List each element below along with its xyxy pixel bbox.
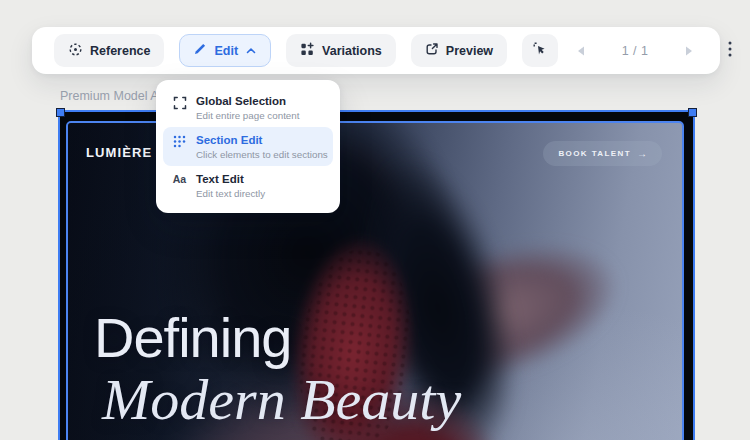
reference-label: Reference: [90, 44, 150, 58]
next-page-button[interactable]: [681, 43, 697, 59]
variations-label: Variations: [322, 44, 382, 58]
edit-mode-menu: Global Selection Edit entire page conten…: [156, 80, 340, 213]
edit-button[interactable]: Edit: [179, 34, 271, 67]
variations-tiles-icon: [300, 42, 315, 60]
selection-handle-top-left[interactable]: [57, 109, 64, 116]
selection-handle-top-right[interactable]: [689, 109, 696, 116]
brand-name: LUMIÈRE: [86, 145, 152, 160]
kebab-icon: [728, 41, 732, 61]
page-pager: 1 / 1: [573, 43, 697, 59]
book-talent-label: BOOK TALENT: [558, 149, 631, 158]
reference-button[interactable]: Reference: [54, 34, 164, 67]
variations-button[interactable]: Variations: [286, 34, 396, 67]
prev-page-button[interactable]: [573, 43, 589, 59]
menu-item-subtitle: Edit entire page content: [196, 110, 300, 121]
menu-item-title: Text Edit: [196, 172, 265, 187]
preview-label: Preview: [446, 44, 493, 58]
book-talent-button[interactable]: BOOK TALENT →: [543, 141, 662, 166]
menu-item-section-edit[interactable]: Section Edit Click elements to edit sect…: [163, 127, 333, 166]
text-aa-icon: Aa: [172, 174, 187, 185]
external-link-icon: [425, 42, 439, 59]
select-tool-button[interactable]: [522, 34, 558, 67]
chevron-up-icon: [245, 44, 257, 58]
selection-frame-icon: [172, 96, 187, 110]
hero-headline: Defining Modern Beauty: [94, 308, 461, 432]
headline-line2: Modern Beauty: [94, 368, 461, 432]
menu-item-title: Section Edit: [196, 133, 328, 148]
arrow-right-icon: →: [637, 148, 647, 159]
menu-item-text-edit[interactable]: Aa Text Edit Edit text directly: [163, 166, 333, 205]
more-options-button[interactable]: [728, 41, 732, 61]
menu-item-subtitle: Click elements to edit sections: [196, 149, 328, 160]
app-stage: Reference Edit Variations Preview: [0, 0, 750, 440]
cursor-select-icon: [532, 41, 548, 60]
preview-button[interactable]: Preview: [411, 34, 507, 67]
headline-line1: Defining: [94, 308, 461, 368]
page-preview-frame[interactable]: LUMIÈRE Mgmt. BOOK TALENT → Defining Mod…: [58, 110, 695, 440]
edit-label: Edit: [214, 44, 238, 58]
pencil-icon: [193, 42, 207, 59]
menu-item-global-selection[interactable]: Global Selection Edit entire page conten…: [163, 88, 333, 127]
reference-target-icon: [68, 42, 83, 60]
page-indicator: 1 / 1: [619, 44, 651, 58]
editor-toolbar: Reference Edit Variations Preview: [32, 27, 720, 74]
menu-item-subtitle: Edit text directly: [196, 188, 265, 199]
grid-dots-icon: [172, 135, 187, 148]
menu-item-title: Global Selection: [196, 94, 300, 109]
